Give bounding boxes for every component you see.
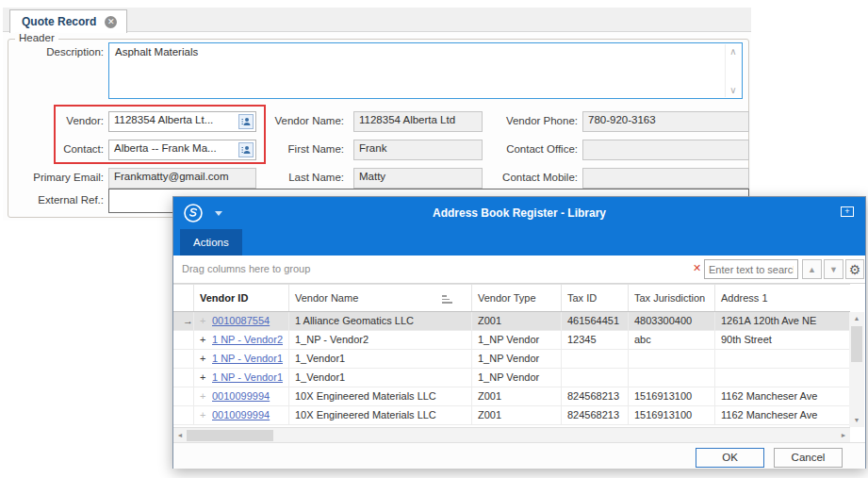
first-name-value: Frank [359, 142, 386, 154]
ok-button[interactable]: OK [696, 448, 764, 468]
row-indicator-cell [173, 387, 194, 405]
vendor-id-link[interactable]: 0010087554 [212, 315, 270, 326]
vertical-scrollbar[interactable]: ▲ ▼ [849, 312, 864, 427]
expand-row-icon[interactable]: + [200, 390, 212, 402]
app-logo-icon[interactable] [183, 203, 204, 223]
tax-jurisdiction-cell: 4803300400 [629, 312, 715, 330]
dialog-titlebar[interactable]: Address Book Register - Library + [173, 197, 865, 229]
dialog-title: Address Book Register - Library [173, 206, 865, 220]
table-row[interactable]: +1 NP - Vendor11_Vendor11_NP Vendor [173, 369, 850, 387]
expand-row-icon[interactable]: + [200, 371, 212, 383]
scroll-left-icon[interactable]: ◄ [173, 428, 187, 443]
settings-gear-icon[interactable]: ⚙ [845, 259, 864, 279]
expand-row-icon[interactable]: + [200, 353, 212, 364]
last-name-value: Matty [359, 171, 385, 182]
horizontal-scroll-thumb[interactable] [187, 430, 273, 441]
vendor-type-cell: Z001 [472, 387, 562, 405]
expand-row-icon[interactable]: + [200, 315, 212, 326]
vendor-label: Vendor: [12, 115, 104, 126]
sort-ascending-icon[interactable] [442, 295, 452, 305]
vendor-input[interactable]: 1128354 Alberta Lt... [108, 111, 256, 132]
tab-quote-record[interactable]: Quote Record ✕ [9, 9, 127, 33]
vendor-type-cell: Z001 [472, 312, 562, 330]
expand-row-icon[interactable]: + [200, 334, 212, 345]
scroll-down-icon[interactable]: ▼ [849, 414, 864, 427]
group-by-panel[interactable]: Drag columns here to group ✕ ▲ ▼ ⚙ [173, 255, 865, 284]
vertical-scroll-thumb[interactable] [851, 326, 862, 362]
quote-record-window: Quote Record ✕ Header Description: Aspha… [3, 8, 751, 221]
column-header-tax-id[interactable]: Tax ID [562, 285, 629, 311]
table-row[interactable]: +001009999410X Engineered Materials LLCZ… [173, 387, 850, 406]
scroll-up-icon[interactable]: ▲ [849, 312, 864, 325]
row-indicator-cell: → [173, 312, 194, 330]
vendor-type-cell: 1_NP Vendor [472, 369, 562, 387]
first-name-field[interactable]: Frank [353, 140, 483, 160]
search-input[interactable] [704, 259, 798, 279]
clear-search-icon[interactable]: ✕ [693, 262, 701, 274]
vendor-id-cell: +1 NP - Vendor2 [194, 331, 289, 349]
popout-icon[interactable]: + [841, 206, 854, 217]
table-row[interactable]: +1 NP - Vendor11_Vendor11_NP Vendor [173, 350, 850, 369]
contact-mobile-field[interactable] [582, 168, 749, 189]
menu-caret-icon[interactable] [215, 211, 222, 216]
tax-id-cell: 824568213 [562, 406, 629, 424]
address-1-cell: 90th Street [715, 331, 850, 349]
vendor-name-field[interactable]: 1128354 Alberta Ltd [353, 111, 483, 132]
table-row[interactable]: →+00100875541 Alliance Geomatics LLCZ001… [173, 312, 850, 331]
first-name-label: First Name: [257, 143, 344, 155]
tab-strip: Quote Record ✕ [3, 8, 751, 32]
description-label: Description: [12, 46, 104, 58]
contact-input[interactable]: Alberta -- Frank Ma... [108, 140, 256, 160]
scroll-down-icon[interactable]: ∨ [729, 85, 736, 95]
contact-mobile-label: Contact Mobile: [488, 172, 578, 183]
grid-body: →+00100875541 Alliance Geomatics LLCZ001… [173, 312, 850, 427]
column-header-address-1[interactable]: Address 1 [715, 285, 850, 311]
description-scrollbar[interactable]: ∧ ∨ [725, 44, 741, 97]
contact-card-icon [241, 117, 251, 126]
search-prev-button[interactable]: ▲ [802, 259, 822, 279]
vendor-id-link[interactable]: 0010099994 [212, 390, 270, 402]
cancel-button[interactable]: Cancel [774, 448, 843, 468]
description-input[interactable]: Asphalt Materials ∧ ∨ [108, 42, 743, 99]
contact-office-field[interactable] [582, 140, 749, 160]
column-label: Vendor Name [295, 292, 358, 304]
vendor-name-cell: 1_NP - Vendor2 [289, 331, 472, 349]
vendor-id-link[interactable]: 1 NP - Vendor2 [212, 334, 283, 345]
table-row[interactable]: +1 NP - Vendor21_NP - Vendor21_NP Vendor… [173, 331, 850, 350]
address-1-cell: 1261A 120th Ave NE [715, 312, 850, 330]
scroll-up-icon[interactable]: ∧ [729, 46, 736, 57]
search-next-button[interactable]: ▼ [824, 259, 843, 279]
close-tab-icon[interactable]: ✕ [105, 16, 117, 28]
vendor-id-cell: +1 NP - Vendor1 [194, 369, 289, 387]
actions-menu[interactable]: Actions [180, 229, 242, 255]
vendor-name-cell: 10X Engineered Materials LLC [289, 406, 472, 424]
contact-card-icon [241, 145, 251, 155]
header-group-label: Header [15, 32, 58, 43]
address-book-register-dialog: Address Book Register - Library + Action… [172, 196, 866, 469]
grid-header-row: Vendor ID Vendor Name Vendor Type Tax ID… [173, 284, 850, 312]
vendor-id-link[interactable]: 0010099994 [212, 409, 270, 420]
scroll-right-icon[interactable]: ► [837, 428, 850, 443]
table-row[interactable]: +001009999410X Engineered Materials LLCZ… [173, 406, 850, 425]
column-header-tax-jurisdiction[interactable]: Tax Jurisdiction [629, 285, 715, 311]
last-name-field[interactable]: Matty [353, 168, 483, 189]
vendor-value: 1128354 Alberta Lt... [114, 114, 213, 125]
column-header-vendor-id[interactable]: Vendor ID [194, 285, 289, 311]
contact-lookup-button[interactable] [238, 142, 254, 157]
dialog-footer: OK Cancel [173, 442, 865, 469]
column-header-vendor-name[interactable]: Vendor Name [289, 285, 472, 311]
tax-id-cell [562, 369, 629, 387]
vendor-id-link[interactable]: 1 NP - Vendor1 [212, 353, 283, 364]
expand-row-icon[interactable]: + [200, 409, 212, 420]
horizontal-scrollbar[interactable]: ◄ ► [173, 427, 850, 442]
vendor-type-cell: 1_NP Vendor [472, 331, 562, 349]
vendor-name-cell: 1_Vendor1 [289, 350, 472, 368]
vendor-name-value: 1128354 Alberta Ltd [359, 114, 455, 125]
primary-email-field[interactable]: Frankmatty@gmail.com [108, 168, 256, 189]
row-indicator-header [173, 285, 194, 311]
vendor-lookup-button[interactable] [238, 114, 254, 129]
vendor-phone-field[interactable]: 780-920-3163 [582, 111, 749, 132]
tax-id-cell [562, 350, 629, 368]
vendor-id-link[interactable]: 1 NP - Vendor1 [212, 371, 283, 383]
column-header-vendor-type[interactable]: Vendor Type [472, 285, 562, 311]
